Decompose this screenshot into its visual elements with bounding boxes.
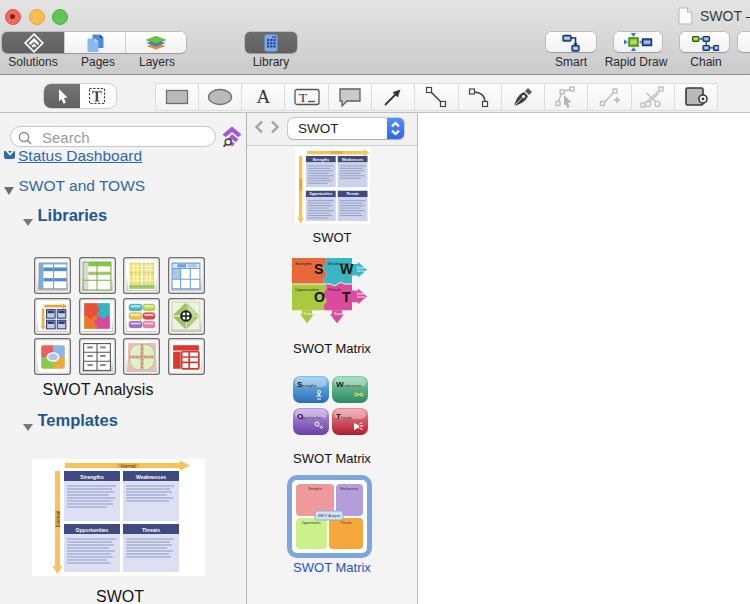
svg-text:factors: factors [357,295,366,299]
svg-text:Opportunities: Opportunities [309,192,332,196]
svg-text:Opportunities: Opportunities [76,527,109,533]
svg-text:Weaknesses: Weaknesses [136,474,166,480]
svg-text:Strengths: Strengths [312,157,329,161]
svg-text:W: W [340,261,354,277]
svg-text:External: External [56,511,61,528]
svg-text:Weaknesses: Weaknesses [341,157,362,161]
svg-text:O: O [314,289,325,305]
svg-text:Strengths: Strengths [308,487,322,491]
svg-text:hreats: hreats [341,415,352,420]
svg-text:Weaknesses: Weaknesses [339,487,358,491]
svg-text:Opportunities: Opportunities [301,521,320,525]
svg-text:Negativ: Negativ [334,312,344,316]
svg-text:Internal: Internal [120,464,135,469]
svg-text:SWOT Analysis: SWOT Analysis [317,514,339,518]
svg-text:Positive: Positive [304,312,314,316]
svg-text:T: T [342,289,351,305]
svg-text:T: T [299,90,307,105]
svg-text:Threats: Threats [340,521,351,525]
svg-text:Threats: Threats [346,192,359,196]
svg-text:Threats: Threats [328,287,342,292]
svg-text:Threats: Threats [142,527,160,533]
svg-text:eaknesses: eaknesses [343,383,362,388]
svg-text:pportunities: pportunities [302,415,323,420]
svg-text:Strengths: Strengths [295,261,312,266]
svg-text:factors: factors [357,269,366,273]
svg-text:S: S [314,261,323,277]
svg-text:trengths: trengths [302,383,316,388]
svg-text:Strengths: Strengths [80,474,104,480]
